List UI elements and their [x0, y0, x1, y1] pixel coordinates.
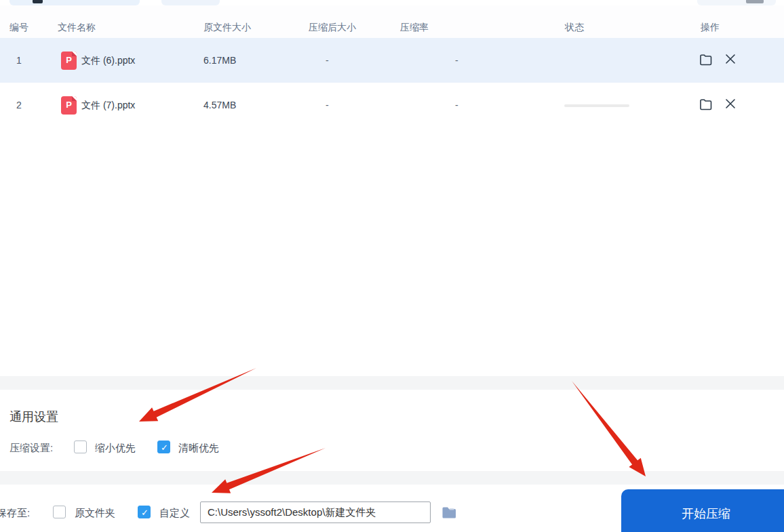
column-header-ratio: 压缩率 — [400, 22, 429, 34]
checkbox-size-priority[interactable] — [74, 441, 87, 453]
pptx-file-icon: P — [61, 96, 77, 115]
column-header-filename: 文件名称 — [58, 22, 96, 34]
clear-list-button[interactable] — [697, 0, 776, 5]
general-settings-title: 通用设置 — [9, 409, 58, 425]
table-row[interactable]: 2 P 文件 (7).pptx 4.57MB - - — [0, 83, 784, 127]
open-folder-icon[interactable] — [699, 98, 713, 114]
custom-folder-label[interactable]: 自定义 — [159, 507, 190, 520]
row-index: 2 — [16, 100, 22, 110]
column-header-status: 状态 — [565, 22, 584, 34]
toolbar-button-secondary[interactable] — [161, 0, 220, 5]
annotation-arrow — [572, 381, 646, 476]
column-header-id: 编号 — [9, 22, 28, 34]
checkbox-custom-folder[interactable] — [138, 506, 151, 518]
table-header-row: 编号 文件名称 原文件大小 压缩后大小 压缩率 状态 操作 — [0, 5, 784, 38]
compression-settings-label: 压缩设置: — [9, 442, 53, 455]
compression-ratio: - — [455, 55, 458, 66]
remove-file-icon[interactable] — [724, 53, 737, 68]
compression-settings-row: 压缩设置: 缩小优先 清晰优先 — [0, 439, 784, 457]
clarity-priority-label[interactable]: 清晰优先 — [178, 442, 219, 455]
file-name: 文件 (7).pptx — [81, 100, 135, 112]
add-file-icon — [33, 0, 43, 3]
remove-file-icon[interactable] — [724, 98, 737, 112]
checkbox-original-folder[interactable] — [53, 506, 66, 518]
file-name: 文件 (6).pptx — [81, 55, 135, 67]
size-priority-label[interactable]: 缩小优先 — [95, 442, 136, 455]
folder-icon[interactable] — [441, 504, 458, 523]
pptx-file-icon: P — [61, 52, 77, 70]
original-size: 6.17MB — [203, 55, 236, 66]
compressor-app-window: { "toolbar": { "buttons": [ {"icon": "ad… — [0, 0, 784, 532]
section-divider — [0, 471, 784, 485]
progress-bar — [564, 104, 629, 107]
original-size: 4.57MB — [203, 100, 236, 110]
column-header-compressed-size: 压缩后大小 — [309, 22, 356, 34]
save-to-label: 保存至: — [0, 507, 30, 520]
start-compression-button[interactable]: 开始压缩 — [621, 489, 784, 532]
add-file-button[interactable] — [9, 0, 140, 5]
open-folder-icon[interactable] — [699, 53, 713, 69]
compressed-size: - — [326, 100, 329, 110]
section-divider — [0, 376, 784, 390]
original-folder-label[interactable]: 原文件夹 — [75, 507, 115, 520]
minimize-icon — [746, 0, 764, 3]
compressed-size: - — [326, 55, 329, 66]
save-path-input[interactable] — [200, 502, 431, 523]
checkbox-clarity-priority[interactable] — [157, 441, 170, 453]
row-index: 1 — [16, 55, 22, 66]
column-header-original-size: 原文件大小 — [203, 22, 251, 34]
table-row[interactable]: 1 P 文件 (6).pptx 6.17MB - - — [0, 38, 784, 83]
column-header-actions: 操作 — [701, 22, 720, 34]
compression-ratio: - — [455, 100, 458, 110]
